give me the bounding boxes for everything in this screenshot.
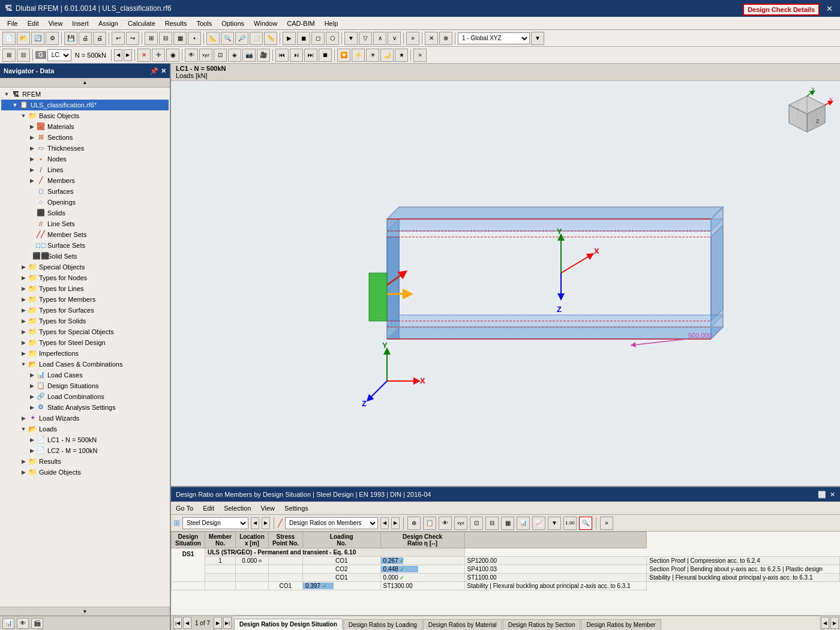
menu-cad-bim[interactable]: CAD-BIM — [282, 19, 319, 28]
tree-item-openings[interactable]: ○ Openings — [1, 197, 169, 208]
menu-file[interactable]: File — [2, 19, 23, 28]
tab-design-ratios-loading[interactable]: Design Ratios by Loading — [343, 619, 422, 630]
tree-scroll-up[interactable]: ▲ — [0, 79, 170, 87]
tb-disp[interactable]: ⊡ — [214, 49, 227, 62]
result-next[interactable]: ▶ — [391, 517, 400, 529]
page-next[interactable]: ▶ — [214, 617, 222, 629]
maximize-button[interactable]: □ — [806, 4, 818, 13]
tree-item-line-sets[interactable]: // Line Sets — [1, 218, 169, 229]
tb-refresh[interactable]: 🔄 — [31, 32, 44, 45]
res-tb-xyz[interactable]: xyz — [454, 517, 467, 530]
res-tb-num[interactable]: 1.00 — [563, 517, 577, 530]
tree-item-results[interactable]: ▶ 📁 Results — [1, 456, 169, 467]
res-tb-5[interactable]: ⊟ — [485, 517, 499, 530]
res-tb-6[interactable]: ▦ — [501, 517, 514, 530]
tree-item-member-sets[interactable]: ╱╱ Member Sets — [1, 229, 169, 240]
tree-item-types-solids[interactable]: ▶ 📁 Types for Solids — [1, 316, 169, 326]
tabs-scroll-right[interactable]: ▶ — [830, 617, 839, 629]
results-close-btn[interactable]: ✕ — [830, 491, 835, 499]
page-prev[interactable]: ◀ — [183, 617, 191, 629]
result-prev[interactable]: ◀ — [380, 517, 389, 529]
tree-item-static-settings[interactable]: ▶ ⚙ Static Analysis Settings — [1, 402, 169, 413]
res-tb-eye[interactable]: 👁 — [439, 517, 452, 530]
tb-eye[interactable]: 👁 — [185, 49, 198, 62]
tree-scroll-down[interactable]: ▼ — [0, 607, 170, 616]
tree-item-special-objects[interactable]: ▶ 📁 Special Objects — [1, 262, 169, 272]
tb-filter4[interactable]: ∨ — [388, 32, 401, 45]
design-module-select[interactable]: Steel Design — [182, 517, 248, 529]
tb-cam[interactable]: 📷 — [242, 49, 256, 62]
nav-pin-button[interactable]: 📌 — [150, 67, 158, 75]
3d-cube-navigator[interactable]: Z X Y — [780, 87, 834, 141]
menu-options[interactable]: Options — [217, 19, 249, 28]
tb-view6[interactable]: ◈ — [228, 49, 241, 62]
tb-anim1[interactable]: ⏮ — [275, 49, 289, 62]
tb-filter9[interactable]: ★ — [395, 49, 408, 62]
tree-item-load-wizards[interactable]: ▶ ✦ Load Wizards — [1, 413, 169, 424]
results-edit[interactable]: Edit — [200, 503, 217, 513]
tb-redo[interactable]: ↪ — [126, 32, 139, 45]
tb-view1[interactable]: 📐 — [206, 32, 220, 45]
tree-item-nodes[interactable]: ▶ • Nodes — [1, 154, 169, 164]
menu-tools[interactable]: Tools — [191, 19, 217, 28]
tree-item-imperfections[interactable]: ▶ 📁 Imperfections — [1, 348, 169, 359]
window-controls[interactable]: — □ ✕ — [790, 4, 835, 13]
menu-insert[interactable]: Insert — [67, 19, 94, 28]
tb-xyz[interactable]: xyz — [199, 49, 212, 62]
tree-item-lc1[interactable]: ▶ 📄 LC1 - N = 500kN — [1, 434, 169, 445]
tb-more2[interactable]: » — [413, 49, 427, 62]
tree-item-file[interactable]: ▼ 📋 ULS_classification.rf6* — [1, 100, 169, 110]
menu-results[interactable]: Results — [160, 19, 192, 28]
tb-anim2[interactable]: ⏯ — [290, 49, 303, 62]
menu-assign[interactable]: Assign — [94, 19, 123, 28]
tb-render4[interactable]: ⬡ — [326, 32, 339, 45]
tb-filter2[interactable]: ▽ — [359, 32, 372, 45]
close-button[interactable]: ✕ — [823, 4, 835, 13]
tb-render1[interactable]: ▶ — [283, 32, 296, 45]
tb-snap2-icon[interactable]: ⊟ — [17, 49, 30, 62]
tree-item-thicknesses[interactable]: ▶ ▭ Thicknesses — [1, 143, 169, 154]
tree-root-rfem[interactable]: ▼ 🏗 RFEM — [1, 89, 169, 100]
tab-design-ratios-ds[interactable]: Design Ratios by Design Situation — [234, 619, 343, 630]
tb-render3[interactable]: ◻ — [311, 32, 325, 45]
nav-data-btn[interactable]: 📊 — [2, 618, 14, 629]
result-type-select[interactable]: Design Ratios on Members — [285, 517, 378, 529]
tb-grid4[interactable]: ▪ — [188, 32, 201, 45]
res-tb-1[interactable]: ⊕ — [407, 517, 421, 530]
tb-node[interactable]: ◉ — [166, 49, 179, 62]
tb-save[interactable]: 💾 — [64, 32, 77, 45]
module-next[interactable]: ▶ — [262, 517, 270, 529]
tb-undo[interactable]: ↩ — [112, 32, 125, 45]
tb-filter5[interactable]: 🔽 — [337, 49, 350, 62]
tb-filter8[interactable]: 🌙 — [380, 49, 394, 62]
tb-view4[interactable]: ⬜ — [250, 32, 263, 45]
tree-item-guide-objects[interactable]: ▶ 📁 Guide Objects — [1, 467, 169, 478]
menu-help[interactable]: Help — [320, 19, 343, 28]
tree-item-types-members[interactable]: ▶ 📁 Types for Members — [1, 294, 169, 305]
tb-delete[interactable]: ✕ — [137, 49, 151, 62]
page-last[interactable]: ▶| — [223, 617, 232, 629]
minimize-button[interactable]: — — [790, 4, 802, 13]
tree-item-load-cases[interactable]: ▶ 📊 Load Cases — [1, 370, 169, 380]
tb-new[interactable]: 📄 — [2, 32, 16, 45]
results-settings[interactable]: Settings — [282, 503, 311, 513]
tb-grid3[interactable]: ▦ — [173, 32, 187, 45]
tb-grid2[interactable]: ⊟ — [159, 32, 172, 45]
tb-view-arrow[interactable]: ▼ — [531, 32, 544, 45]
tree-item-surface-sets[interactable]: ◻◻ Surface Sets — [1, 240, 169, 251]
tb-open[interactable]: 📂 — [17, 32, 30, 45]
tb-filter6[interactable]: ⚡ — [352, 49, 365, 62]
tb-snap-icon[interactable]: ⊞ — [2, 49, 16, 62]
module-prev[interactable]: ◀ — [251, 517, 259, 529]
lc-prev[interactable]: ◀ — [114, 49, 122, 61]
tree-item-types-nodes[interactable]: ▶ 📁 Types for Nodes — [1, 272, 169, 283]
res-tb-7[interactable]: 📊 — [517, 517, 530, 530]
tree-item-basic-objects[interactable]: ▼ 📁 Basic Objects — [1, 110, 169, 121]
nav-display-btn[interactable]: 👁 — [17, 618, 29, 629]
tree-item-design-situations[interactable]: ▶ 📋 Design Situations — [1, 380, 169, 391]
tab-design-ratios-material[interactable]: Design Ratios by Material — [423, 619, 502, 630]
res-tb-filter[interactable]: ▼ — [548, 517, 561, 530]
menu-window[interactable]: Window — [249, 19, 282, 28]
tree-item-solid-sets[interactable]: ⬛⬛ Solid Sets — [1, 251, 169, 262]
tree-item-solids[interactable]: ⬛ Solids — [1, 208, 169, 218]
